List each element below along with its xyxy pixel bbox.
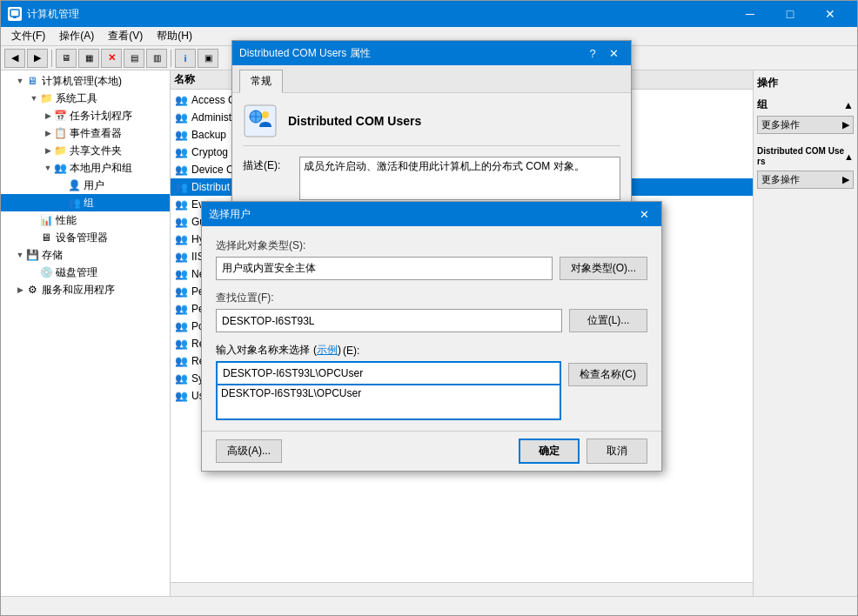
sidebar-item-users[interactable]: ▶ 👤 用户 (1, 177, 170, 194)
sidebar-item-shared[interactable]: ▶ 📁 共享文件夹 (1, 142, 170, 159)
menu-view[interactable]: 查看(V) (101, 27, 150, 45)
sidebar-item-systemtools[interactable]: ▼ 📁 系统工具 (1, 90, 170, 107)
right-section1-expand: ▲ (843, 99, 854, 111)
sidebar-item-groups[interactable]: ▶ 👥 组 (1, 194, 170, 211)
minimize-button[interactable]: ─ (730, 1, 770, 27)
example-link[interactable]: 示例 (317, 344, 338, 356)
select-user-dialog: 选择用户 ✕ 选择此对象类型(S): 对象类型(O)... 查找位置(F): 位… (201, 201, 662, 472)
type-row: 对象类型(O)... (216, 257, 647, 280)
input-autocomplete: DESKTOP-I6ST93L\OPCUser (216, 385, 561, 420)
select-user-close-button[interactable]: ✕ (633, 204, 654, 224)
sidebar-item-perf[interactable]: ▶ 📊 性能 (1, 211, 170, 229)
localusers-icon: 👥 (53, 162, 67, 174)
sidebar-tasks-label: 任务计划程序 (70, 109, 132, 124)
menu-help[interactable]: 帮助(H) (150, 27, 199, 45)
systemtools-icon: 📁 (39, 92, 53, 104)
back-button[interactable]: ◀ (4, 49, 25, 68)
toggle-root[interactable]: ▼ (15, 76, 25, 86)
input-container: DESKTOP-I6ST93L\OPCUser (216, 361, 561, 420)
sidebar-item-services[interactable]: ▶ ⚙ 服务和应用程序 (1, 281, 170, 298)
toolbar-btn-1[interactable]: 🖥 (56, 49, 77, 68)
maximize-button[interactable]: □ (770, 1, 810, 27)
right-btn2-arrow: ▶ (842, 174, 849, 185)
sidebar-item-tasks[interactable]: ▶ 📅 任务计划程序 (1, 107, 170, 124)
group-icon-large (243, 104, 278, 138)
object-name-input[interactable] (216, 361, 561, 385)
right-section1: 组 (757, 97, 768, 112)
list-icon-administ: 👥 (174, 111, 188, 124)
sidebar-devmgr-label: 设备管理器 (56, 231, 108, 245)
list-icon-pe2: 👥 (174, 303, 188, 315)
list-icon-iis: 👥 (174, 251, 188, 263)
location-input[interactable] (216, 309, 562, 332)
list-icon-hy: 👥 (174, 233, 188, 245)
list-icon-pe1: 👥 (174, 285, 188, 298)
properties-close-button[interactable]: ✕ (603, 43, 624, 64)
toggle-services[interactable]: ▶ (15, 285, 25, 295)
input-label-link: (示例) (313, 343, 341, 358)
right-more-actions-2[interactable]: 更多操作 ▶ (757, 171, 854, 189)
perf-icon: 📊 (39, 214, 53, 226)
toggle-events[interactable]: ▶ (43, 128, 53, 138)
sidebar-item-diskmgmt[interactable]: ▶ 💿 磁盘管理 (1, 264, 170, 281)
horizontal-scrollbar[interactable] (171, 582, 753, 596)
right-more-actions-1[interactable]: 更多操作 ▶ (757, 116, 854, 134)
select-user-body: 选择此对象类型(S): 对象类型(O)... 查找位置(F): 位置(L)...… (202, 226, 661, 420)
storage-icon: 💾 (25, 249, 39, 261)
properties-tab-general[interactable]: 常规 (239, 70, 283, 93)
sidebar-item-devmgr[interactable]: ▶ 🖥 设备管理器 (1, 229, 170, 246)
right-btn1-arrow: ▶ (842, 119, 849, 131)
list-label-access: Access C (191, 94, 236, 106)
toolbar-btn-2[interactable]: ▦ (78, 49, 99, 68)
tasks-icon: 📅 (53, 110, 67, 122)
forward-button[interactable]: ▶ (27, 49, 48, 68)
input-label-row: 输入对象名称来选择 (示例) (E): (216, 343, 647, 358)
toolbar-btn-delete[interactable]: ✕ (101, 49, 122, 68)
select-user-buttons: 高级(A)... 确定 取消 (202, 431, 661, 471)
services-icon: ⚙ (25, 284, 39, 296)
toggle-tasks[interactable]: ▶ (43, 110, 53, 121)
right-btn1-label: 更多操作 (761, 118, 800, 131)
check-name-button[interactable]: 检查名称(C) (568, 363, 647, 386)
toggle-storage[interactable]: ▼ (15, 250, 25, 260)
confirm-button[interactable]: 确定 (519, 439, 580, 464)
devmgr-icon: 🖥 (39, 231, 53, 244)
dialog2-cancel-button[interactable]: 取消 (587, 439, 647, 464)
toggle-shared[interactable]: ▶ (43, 145, 53, 156)
menu-action[interactable]: 操作(A) (52, 27, 101, 45)
main-window: 计算机管理 ─ □ ✕ 文件(F) 操作(A) 查看(V) 帮助(H) ◀ ▶ … (0, 0, 858, 616)
toolbar-separator-2 (171, 50, 171, 67)
location-label: 查找位置(F): (216, 291, 647, 305)
close-button[interactable]: ✕ (810, 1, 850, 27)
list-icon-ne: 👥 (174, 268, 188, 280)
menu-file[interactable]: 文件(F) (4, 27, 52, 45)
properties-icon-row: Distributed COM Users (243, 104, 620, 146)
toolbar-btn-info[interactable]: i (175, 49, 196, 68)
toolbar-btn-4[interactable]: ▥ (146, 49, 167, 68)
shared-icon: 📁 (53, 144, 67, 157)
toolbar-btn-5[interactable]: ▣ (198, 49, 218, 68)
input-value-text: DESKTOP-I6ST93L\OPCUser (221, 387, 361, 399)
toggle-systemtools[interactable]: ▼ (29, 93, 39, 104)
location-button[interactable]: 位置(L)... (569, 309, 647, 332)
toggle-localusers[interactable]: ▼ (43, 163, 53, 173)
object-type-button[interactable]: 对象类型(O)... (560, 257, 647, 280)
toolbar-btn-3[interactable]: ▤ (124, 49, 144, 68)
sidebar-services-label: 服务和应用程序 (42, 283, 115, 298)
type-input[interactable] (216, 257, 553, 280)
sidebar-item-localusers[interactable]: ▼ 👥 本地用户和组 (1, 159, 170, 177)
list-icon-re1: 👥 (174, 338, 188, 350)
properties-dialog-body: Distributed COM Users 描述(E): 成员允许启动、激活和使… (232, 93, 631, 216)
properties-help-button[interactable]: ? (582, 43, 603, 64)
sidebar-item-events[interactable]: ▶ 📋 事件查看器 (1, 124, 170, 142)
list-icon-sys: 👥 (174, 372, 188, 385)
sidebar-item-storage[interactable]: ▼ 💾 存储 (1, 246, 170, 264)
properties-desc-value[interactable]: 成员允许启动、激活和使用此计算机上的分布式 COM 对象。 (299, 157, 620, 200)
advanced-button[interactable]: 高级(A)... (216, 439, 282, 463)
diskmgmt-icon: 💿 (39, 266, 53, 278)
input-label: 输入对象名称来选择 (216, 343, 310, 358)
properties-desc-label: 描述(E): (243, 157, 299, 173)
list-icon-device: 👥 (174, 164, 188, 176)
sidebar-item-root[interactable]: ▼ 🖥 计算机管理(本地) (1, 72, 170, 90)
status-bar (1, 596, 857, 615)
